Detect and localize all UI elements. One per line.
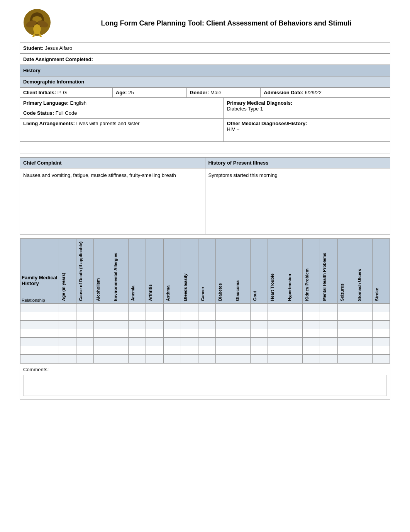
fmh-data-cell <box>233 355 250 363</box>
fmh-data-row <box>20 304 390 312</box>
fmh-data-cell <box>285 355 303 363</box>
primary-lang-cell: Primary Language: English <box>20 98 224 108</box>
fmh-data-cell <box>285 329 303 338</box>
fmh-data-cell <box>233 329 250 338</box>
fmh-col-env: Environmental Allergies <box>111 239 129 304</box>
fmh-data-cell <box>163 312 181 321</box>
age-value: 25 <box>128 90 134 95</box>
age-cell: Age: 25 <box>112 88 186 98</box>
demographic-row3: Living Arrangements: Lives with parents … <box>20 118 390 153</box>
fmh-col-stomach: Stomach Ulcers <box>355 239 372 304</box>
fmh-col-arthritis: Arthritis <box>146 239 163 304</box>
fmh-data-cell <box>251 338 268 346</box>
client-initials-label: Client Initials: <box>23 90 56 95</box>
fmh-data-cell <box>372 338 390 346</box>
fmh-col-bleeds: Bleeds Easily <box>181 239 198 304</box>
fmh-col-kidney: Kidney Problem <box>303 239 320 304</box>
history-label: History <box>23 68 41 73</box>
fmh-data-cell <box>146 329 163 338</box>
fmh-data-row <box>20 355 390 363</box>
fmh-data-cell <box>215 346 233 355</box>
fmh-col-stroke: Stroke <box>372 239 390 304</box>
fmh-data-cell <box>268 321 285 329</box>
chief-complaint-box: Chief Complaint Nausea and vomiting, fat… <box>20 157 205 235</box>
hpi-header: History of Present Illness <box>205 158 390 168</box>
fmh-data-cell <box>372 355 390 363</box>
fmh-data-cell <box>181 338 198 346</box>
date-label: Date Assignment Completed: <box>23 56 93 62</box>
fmh-col-cancer: Cancer <box>198 239 215 304</box>
fmh-data-cell <box>129 355 146 363</box>
fmh-data-cell <box>198 355 215 363</box>
fmh-data-cell <box>233 312 250 321</box>
code-status-cell: Code Status: Full Code <box>20 108 224 118</box>
fmh-data-cell <box>268 329 285 338</box>
fmh-col-gout: Gout <box>251 239 268 304</box>
fmh-data-cell <box>337 346 355 355</box>
fmh-data-cell <box>146 338 163 346</box>
fmh-data-cell <box>111 338 129 346</box>
fmh-data-cell <box>320 304 337 312</box>
fmh-data-cell <box>285 304 303 312</box>
fmh-data-cell <box>198 329 215 338</box>
fmh-data-cell <box>111 329 129 338</box>
fmh-data-cell <box>146 346 163 355</box>
fmh-data-cell <box>320 312 337 321</box>
fmh-data-cell <box>372 346 390 355</box>
admission-label: Admission Date: <box>264 90 303 95</box>
fmh-data-cell <box>355 338 372 346</box>
date-row: Date Assignment Completed: <box>20 54 390 65</box>
fmh-col-diabetes: Diabetes <box>215 239 233 304</box>
fmh-data-cell <box>251 321 268 329</box>
student-name: Jesus Alfaro <box>45 45 72 51</box>
fmh-data-cell <box>198 304 215 312</box>
fmh-data-row <box>20 312 390 321</box>
fmh-data-cell <box>198 338 215 346</box>
living-label: Living Arrangements: <box>23 121 75 126</box>
fmh-data-cell <box>268 338 285 346</box>
demographic-label: Demographic Information <box>23 79 84 85</box>
fmh-data-cell <box>146 312 163 321</box>
fmh-data-cell <box>129 346 146 355</box>
fmh-data-cell <box>76 338 94 346</box>
fmh-data-cell <box>320 355 337 363</box>
fmh-data-cell <box>320 321 337 329</box>
fmh-relationship-cell <box>20 355 59 363</box>
fmh-data-cell <box>76 304 94 312</box>
student-label: Student: <box>23 45 44 51</box>
comments-input-area[interactable] <box>23 375 387 396</box>
fmh-relationship-cell <box>20 329 59 338</box>
fmh-data-row <box>20 329 390 338</box>
fmh-data-cell <box>372 329 390 338</box>
fmh-data-cell <box>181 346 198 355</box>
fmh-data-cell <box>59 355 76 363</box>
fmh-data-cell <box>337 304 355 312</box>
gender-cell: Gender: Male <box>186 88 261 98</box>
primary-lang-label: Primary Language: <box>23 100 69 106</box>
fmh-data-cell <box>215 304 233 312</box>
cc-label: Chief Complaint <box>23 160 62 166</box>
demographic-row2: Primary Language: English Primary Medica… <box>20 98 390 118</box>
fmh-data-cell <box>94 321 111 329</box>
fmh-data-cell <box>268 304 285 312</box>
fmh-data-cell <box>233 338 250 346</box>
fmh-data-cell <box>285 346 303 355</box>
fmh-table: Family Medical History Relationship Age … <box>20 239 390 363</box>
fmh-data-cell <box>303 338 320 346</box>
fmh-data-cell <box>251 329 268 338</box>
code-status-label: Code Status: <box>23 110 54 116</box>
fmh-data-cell <box>111 304 129 312</box>
fmh-data-cell <box>303 304 320 312</box>
fmh-col-anemia: Anemia <box>129 239 146 304</box>
fmh-data-cell <box>163 355 181 363</box>
primary-dx-value: Diabetes Type 1 <box>227 106 263 112</box>
student-row: Student: Jesus Alfaro <box>20 42 390 54</box>
fmh-data-row <box>20 321 390 329</box>
fmh-data-cell <box>355 304 372 312</box>
fmh-data-cell <box>303 355 320 363</box>
fmh-data-cell <box>198 312 215 321</box>
page-title: Long Form Care Planning Tool: Client Ass… <box>62 19 390 27</box>
other-dx-value: HIV + <box>227 126 239 132</box>
cc-text: Nausea and vomiting, fatigue, muscle sti… <box>23 172 176 178</box>
demographic-row1: Client Initials: P. G Age: 25 Gender: Ma… <box>20 87 390 98</box>
